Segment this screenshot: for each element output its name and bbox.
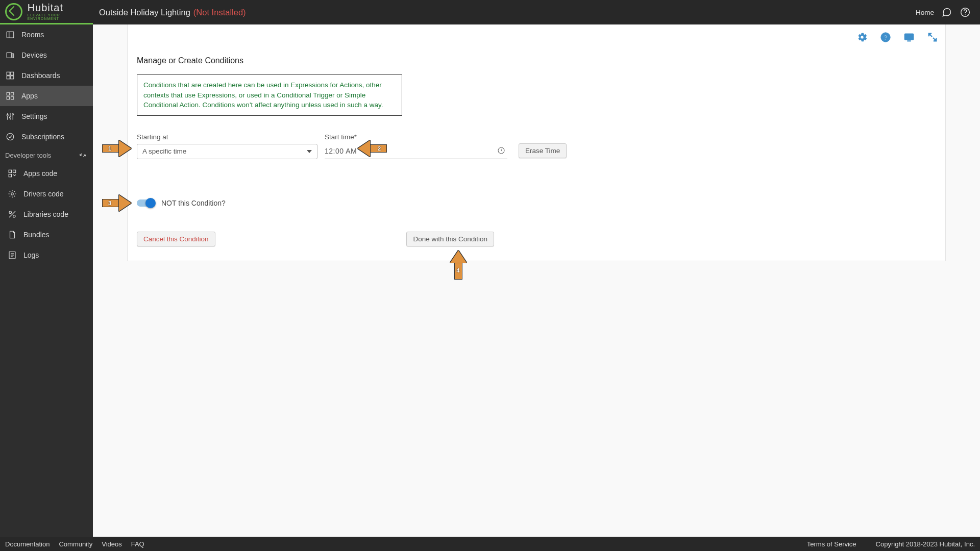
not-condition-label: NOT this Condition? (161, 199, 226, 207)
svg-rect-8 (7, 76, 10, 79)
sidebar-item-label: Settings (21, 112, 47, 120)
sidebar-item-label: Dashboards (21, 71, 60, 80)
svg-point-20 (7, 133, 14, 140)
sidebar-item-label: Apps code (23, 169, 57, 178)
starting-at-value: A specific time (142, 147, 186, 155)
sidebar-item-label: Logs (23, 251, 39, 259)
svg-rect-11 (11, 92, 14, 95)
svg-rect-12 (7, 97, 9, 99)
svg-point-1 (965, 14, 965, 15)
brand-name: Hubitat (28, 3, 93, 13)
topbar: Hubitat ELEVATE YOUR ENVIRONMENT Outside… (0, 0, 980, 24)
sidebar-item-label: Libraries code (23, 210, 68, 218)
chevron-down-icon (307, 150, 312, 153)
svg-rect-10 (7, 92, 9, 95)
page-title: Outside Holiday Lighting (99, 8, 190, 17)
drivers-code-icon (7, 189, 17, 199)
svg-point-24 (11, 193, 14, 195)
done-button[interactable]: Done with this Condition (406, 232, 494, 246)
chat-icon[interactable] (941, 7, 952, 18)
sidebar: Rooms Devices Dashboards Apps Settings S… (0, 24, 93, 537)
sidebar-item-drivers-code[interactable]: Drivers code (0, 184, 93, 204)
svg-line-27 (9, 211, 15, 217)
sidebar-item-label: Subscriptions (21, 133, 64, 141)
footer-copyright: Copyright 2018-2023 Hubitat, Inc. (876, 540, 975, 548)
svg-rect-7 (11, 72, 14, 75)
sidebar-item-dashboards[interactable]: Dashboards (0, 65, 93, 86)
start-time-value: 12:00 AM (325, 147, 357, 155)
apps-icon (5, 91, 15, 101)
sidebar-item-apps[interactable]: Apps (0, 86, 93, 106)
sidebar-item-apps-code[interactable]: Apps code (0, 163, 93, 184)
svg-rect-13 (11, 97, 14, 99)
collapse-icon (78, 150, 88, 160)
svg-rect-23 (9, 174, 11, 177)
bundles-icon (7, 230, 17, 240)
svg-rect-6 (7, 72, 10, 75)
start-time-input[interactable]: 12:00 AM (325, 144, 507, 159)
svg-point-19 (12, 114, 14, 115)
logo[interactable]: Hubitat ELEVATE YOUR ENVIRONMENT (0, 0, 93, 24)
info-box: Conditions that are created here can be … (137, 74, 402, 116)
sidebar-item-settings[interactable]: Settings (0, 106, 93, 127)
sidebar-item-label: Bundles (23, 231, 50, 239)
start-time-label: Start time* (325, 133, 507, 141)
svg-rect-21 (9, 170, 11, 172)
svg-rect-34 (905, 34, 914, 40)
dashboards-icon (5, 70, 15, 81)
footer-link-tos[interactable]: Terms of Service (807, 540, 856, 548)
sidebar-item-label: Devices (21, 51, 47, 59)
svg-point-15 (7, 114, 8, 116)
svg-rect-4 (7, 53, 11, 58)
sidebar-item-logs[interactable]: Logs (0, 245, 93, 265)
sidebar-item-libraries-code[interactable]: Libraries code (0, 204, 93, 224)
cancel-button[interactable]: Cancel this Condition (137, 232, 215, 246)
svg-rect-9 (11, 76, 14, 79)
expand-icon[interactable] (927, 32, 938, 44)
svg-text:?: ? (884, 34, 888, 41)
logo-icon (5, 3, 22, 20)
footer-link-videos[interactable]: Videos (102, 540, 122, 548)
settings-icon (5, 111, 15, 121)
footer: Documentation Community Videos FAQ Terms… (0, 537, 980, 551)
svg-rect-5 (12, 54, 14, 58)
sidebar-item-label: Drivers code (23, 190, 64, 198)
main: ? Manage or Create Conditions Conditions… (93, 24, 980, 537)
monitor-icon[interactable] (903, 32, 915, 44)
svg-point-25 (9, 211, 12, 214)
libraries-code-icon (7, 209, 17, 219)
footer-link-community[interactable]: Community (59, 540, 92, 548)
svg-point-26 (13, 215, 16, 218)
starting-at-select[interactable]: A specific time (137, 144, 317, 159)
logs-icon (7, 250, 17, 260)
subscriptions-icon (5, 132, 15, 142)
footer-link-documentation[interactable]: Documentation (5, 540, 50, 548)
sidebar-item-label: Rooms (21, 31, 44, 39)
section-title: Manage or Create Conditions (137, 56, 936, 65)
sidebar-item-bundles[interactable]: Bundles (0, 224, 93, 245)
help-icon[interactable] (960, 7, 971, 18)
sidebar-group-label: Developer tools (5, 152, 51, 159)
sidebar-item-devices[interactable]: Devices (0, 45, 93, 65)
svg-rect-22 (13, 170, 16, 172)
sidebar-item-label: Apps (21, 92, 38, 100)
brand-tagline: ELEVATE YOUR ENVIRONMENT (28, 14, 93, 20)
clock-icon (497, 146, 505, 156)
content-card: ? Manage or Create Conditions Conditions… (127, 24, 946, 261)
page-status: (Not Installed) (193, 8, 246, 17)
devices-icon (5, 50, 15, 60)
sidebar-group-developer-tools[interactable]: Developer tools (0, 147, 93, 163)
apps-code-icon (7, 168, 17, 179)
help-icon[interactable]: ? (880, 32, 891, 44)
home-link[interactable]: Home (916, 9, 934, 16)
svg-rect-2 (7, 32, 14, 38)
sidebar-item-rooms[interactable]: Rooms (0, 24, 93, 45)
footer-link-faq[interactable]: FAQ (131, 540, 144, 548)
erase-time-button[interactable]: Erase Time (519, 143, 567, 158)
rooms-icon (5, 30, 15, 40)
starting-at-label: Starting at (137, 133, 317, 141)
svg-point-17 (10, 117, 11, 118)
gear-icon[interactable] (856, 32, 868, 44)
sidebar-item-subscriptions[interactable]: Subscriptions (0, 127, 93, 147)
not-condition-toggle[interactable] (137, 199, 154, 207)
